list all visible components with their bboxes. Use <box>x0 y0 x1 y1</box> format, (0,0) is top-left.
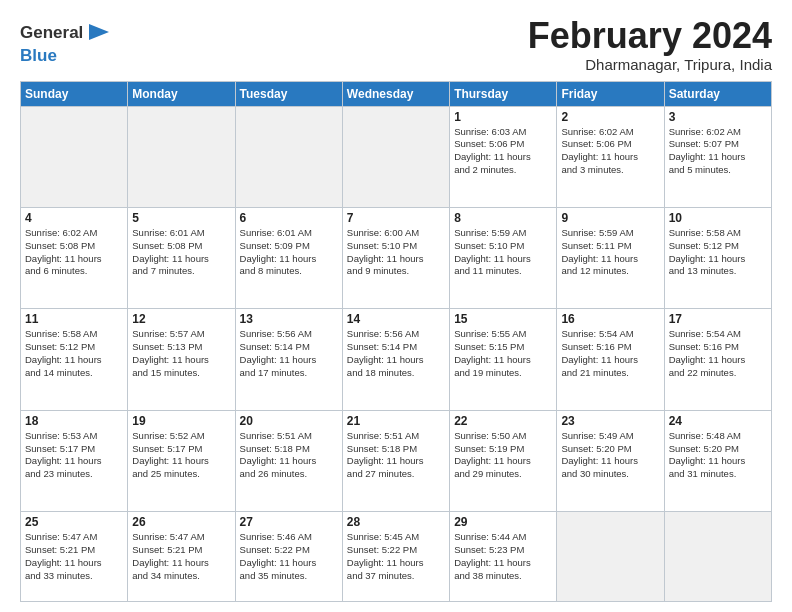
day-info-line: and 15 minutes. <box>132 367 200 378</box>
day-info-line: Sunrise: 6:01 AM <box>132 227 204 238</box>
day-info-line: Daylight: 11 hours <box>347 557 424 568</box>
day-info-line: Sunrise: 5:59 AM <box>454 227 526 238</box>
day-cell: 4Sunrise: 6:02 AMSunset: 5:08 PMDaylight… <box>21 208 128 309</box>
day-info: Sunrise: 5:51 AMSunset: 5:18 PMDaylight:… <box>347 430 445 481</box>
day-cell <box>21 106 128 207</box>
day-number: 12 <box>132 312 230 326</box>
day-cell: 10Sunrise: 5:58 AMSunset: 5:12 PMDayligh… <box>664 208 771 309</box>
day-info-line: and 3 minutes. <box>561 164 623 175</box>
day-info-line: and 7 minutes. <box>132 265 194 276</box>
day-info: Sunrise: 5:56 AMSunset: 5:14 PMDaylight:… <box>347 328 445 379</box>
day-number: 25 <box>25 515 123 529</box>
day-number: 18 <box>25 414 123 428</box>
day-cell: 28Sunrise: 5:45 AMSunset: 5:22 PMDayligh… <box>342 512 449 602</box>
day-info-line: Sunset: 5:08 PM <box>25 240 95 251</box>
day-info: Sunrise: 5:47 AMSunset: 5:21 PMDaylight:… <box>132 531 230 582</box>
day-cell: 6Sunrise: 6:01 AMSunset: 5:09 PMDaylight… <box>235 208 342 309</box>
day-info-line: Sunset: 5:21 PM <box>132 544 202 555</box>
day-info-line: Sunrise: 5:56 AM <box>347 328 419 339</box>
day-number: 23 <box>561 414 659 428</box>
day-info-line: Daylight: 11 hours <box>454 557 531 568</box>
day-cell <box>342 106 449 207</box>
day-cell: 23Sunrise: 5:49 AMSunset: 5:20 PMDayligh… <box>557 410 664 511</box>
day-info-line: Sunrise: 6:03 AM <box>454 126 526 137</box>
day-info: Sunrise: 6:00 AMSunset: 5:10 PMDaylight:… <box>347 227 445 278</box>
logo-blue-text: Blue <box>20 46 57 65</box>
header-row: Sunday Monday Tuesday Wednesday Thursday… <box>21 81 772 106</box>
day-info-line: Sunset: 5:19 PM <box>454 443 524 454</box>
day-info-line: Sunrise: 5:51 AM <box>240 430 312 441</box>
day-number: 19 <box>132 414 230 428</box>
logo-general-text: General <box>20 23 83 43</box>
day-cell <box>664 512 771 602</box>
day-cell: 29Sunrise: 5:44 AMSunset: 5:23 PMDayligh… <box>450 512 557 602</box>
day-number: 17 <box>669 312 767 326</box>
col-sunday: Sunday <box>21 81 128 106</box>
day-info-line: Sunrise: 5:55 AM <box>454 328 526 339</box>
day-cell: 24Sunrise: 5:48 AMSunset: 5:20 PMDayligh… <box>664 410 771 511</box>
day-cell: 12Sunrise: 5:57 AMSunset: 5:13 PMDayligh… <box>128 309 235 410</box>
day-info-line: and 14 minutes. <box>25 367 93 378</box>
day-cell: 5Sunrise: 6:01 AMSunset: 5:08 PMDaylight… <box>128 208 235 309</box>
day-info: Sunrise: 5:58 AMSunset: 5:12 PMDaylight:… <box>669 227 767 278</box>
day-number: 4 <box>25 211 123 225</box>
title-block: February 2024 Dharmanagar, Tripura, Indi… <box>528 16 772 73</box>
day-info-line: Daylight: 11 hours <box>454 253 531 264</box>
day-info-line: and 29 minutes. <box>454 468 522 479</box>
day-cell: 13Sunrise: 5:56 AMSunset: 5:14 PMDayligh… <box>235 309 342 410</box>
day-info-line: Sunset: 5:20 PM <box>561 443 631 454</box>
day-info-line: Sunrise: 5:47 AM <box>132 531 204 542</box>
calendar-table: Sunday Monday Tuesday Wednesday Thursday… <box>20 81 772 602</box>
week-row-3: 11Sunrise: 5:58 AMSunset: 5:12 PMDayligh… <box>21 309 772 410</box>
day-info-line: and 34 minutes. <box>132 570 200 581</box>
day-info: Sunrise: 5:44 AMSunset: 5:23 PMDaylight:… <box>454 531 552 582</box>
day-info-line: Daylight: 11 hours <box>454 151 531 162</box>
day-info-line: Sunset: 5:16 PM <box>561 341 631 352</box>
week-row-4: 18Sunrise: 5:53 AMSunset: 5:17 PMDayligh… <box>21 410 772 511</box>
day-info-line: Sunrise: 5:56 AM <box>240 328 312 339</box>
day-info-line: Sunrise: 5:52 AM <box>132 430 204 441</box>
day-info-line: Sunset: 5:17 PM <box>132 443 202 454</box>
logo-icon <box>85 18 113 46</box>
header: General Blue February 2024 Dharmanagar, … <box>20 16 772 73</box>
day-info-line: Daylight: 11 hours <box>25 557 102 568</box>
col-monday: Monday <box>128 81 235 106</box>
day-info-line: Sunset: 5:06 PM <box>561 138 631 149</box>
week-row-2: 4Sunrise: 6:02 AMSunset: 5:08 PMDaylight… <box>21 208 772 309</box>
day-cell: 8Sunrise: 5:59 AMSunset: 5:10 PMDaylight… <box>450 208 557 309</box>
day-info-line: Daylight: 11 hours <box>347 455 424 466</box>
day-info-line: and 22 minutes. <box>669 367 737 378</box>
day-info-line: Daylight: 11 hours <box>561 354 638 365</box>
day-number: 20 <box>240 414 338 428</box>
day-cell: 14Sunrise: 5:56 AMSunset: 5:14 PMDayligh… <box>342 309 449 410</box>
day-info-line: Sunset: 5:20 PM <box>669 443 739 454</box>
day-cell: 27Sunrise: 5:46 AMSunset: 5:22 PMDayligh… <box>235 512 342 602</box>
day-info: Sunrise: 5:54 AMSunset: 5:16 PMDaylight:… <box>561 328 659 379</box>
day-info-line: Sunset: 5:15 PM <box>454 341 524 352</box>
day-info-line: Daylight: 11 hours <box>132 253 209 264</box>
day-info-line: and 19 minutes. <box>454 367 522 378</box>
day-info: Sunrise: 5:53 AMSunset: 5:17 PMDaylight:… <box>25 430 123 481</box>
day-info-line: Sunrise: 5:58 AM <box>25 328 97 339</box>
day-info-line: Sunrise: 5:44 AM <box>454 531 526 542</box>
day-info-line: Daylight: 11 hours <box>561 455 638 466</box>
day-number: 28 <box>347 515 445 529</box>
day-info: Sunrise: 5:45 AMSunset: 5:22 PMDaylight:… <box>347 531 445 582</box>
day-info: Sunrise: 5:47 AMSunset: 5:21 PMDaylight:… <box>25 531 123 582</box>
col-wednesday: Wednesday <box>342 81 449 106</box>
day-info-line: Daylight: 11 hours <box>132 557 209 568</box>
day-cell <box>557 512 664 602</box>
day-info-line: Sunset: 5:08 PM <box>132 240 202 251</box>
day-number: 15 <box>454 312 552 326</box>
day-cell: 11Sunrise: 5:58 AMSunset: 5:12 PMDayligh… <box>21 309 128 410</box>
day-info-line: Sunrise: 5:57 AM <box>132 328 204 339</box>
day-info-line: Sunrise: 6:02 AM <box>561 126 633 137</box>
day-cell: 16Sunrise: 5:54 AMSunset: 5:16 PMDayligh… <box>557 309 664 410</box>
day-info-line: and 30 minutes. <box>561 468 629 479</box>
day-info-line: Daylight: 11 hours <box>25 455 102 466</box>
day-cell: 9Sunrise: 5:59 AMSunset: 5:11 PMDaylight… <box>557 208 664 309</box>
svg-marker-0 <box>89 24 109 40</box>
day-info: Sunrise: 6:03 AMSunset: 5:06 PMDaylight:… <box>454 126 552 177</box>
day-number: 27 <box>240 515 338 529</box>
day-info: Sunrise: 5:51 AMSunset: 5:18 PMDaylight:… <box>240 430 338 481</box>
